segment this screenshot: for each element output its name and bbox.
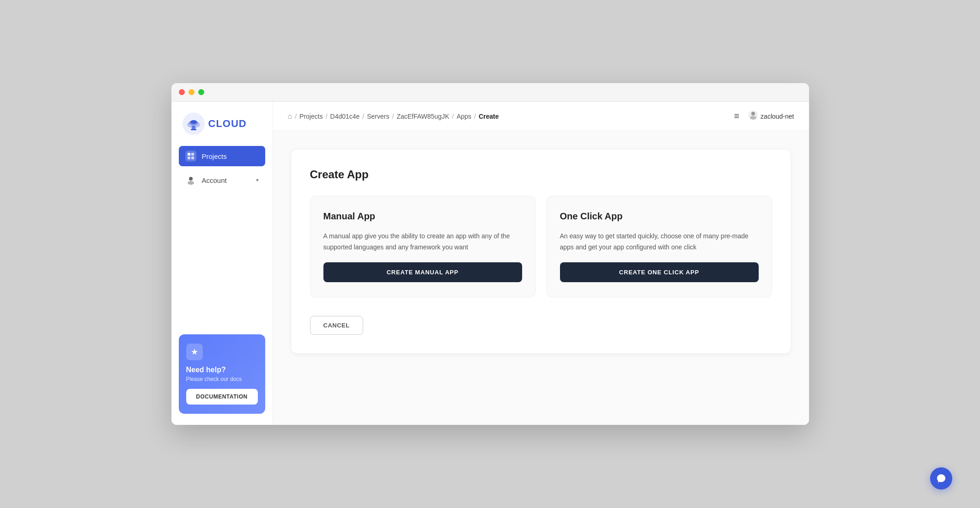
breadcrumb-sep-3: / [392, 113, 394, 120]
manual-app-description: A manual app give you the ability to cre… [323, 231, 522, 253]
home-icon[interactable]: ⌂ [288, 112, 292, 121]
browser-window: CLOUD Projects [171, 83, 809, 425]
titlebar [171, 83, 809, 102]
user-avatar-icon [749, 110, 758, 122]
create-one-click-app-button[interactable]: CREATE ONE CLICK APP [560, 262, 759, 282]
create-manual-app-button[interactable]: CREATE MANUAL APP [323, 262, 522, 282]
star-icon: ★ [186, 344, 203, 360]
breadcrumb-server-id[interactable]: ZacEfFAW85ugJK [396, 113, 449, 120]
topbar: ⌂ / Projects / D4d01c4e / Servers / ZacE… [273, 102, 809, 131]
topbar-right: ≡ zacloud-net [734, 110, 794, 122]
content-area: Create App Manual App A manual app give … [273, 131, 809, 425]
minimize-dot[interactable] [189, 89, 195, 95]
page-card: Create App Manual App A manual app give … [292, 150, 791, 353]
breadcrumb-sep-4: / [452, 113, 454, 120]
svg-rect-6 [188, 153, 190, 156]
account-icon [185, 175, 196, 186]
projects-label: Projects [202, 152, 227, 160]
breadcrumb-apps[interactable]: Apps [457, 113, 471, 120]
svg-rect-5 [191, 129, 196, 130]
svg-rect-7 [191, 153, 194, 156]
close-dot[interactable] [179, 89, 185, 95]
one-click-app-description: An easy way to get started quickly, choo… [560, 231, 759, 253]
breadcrumb-sep-2: / [362, 113, 364, 120]
svg-rect-8 [188, 157, 190, 159]
svg-point-10 [189, 177, 193, 181]
account-label: Account [202, 176, 227, 184]
help-title: Need help? [186, 366, 258, 374]
app-body: CLOUD Projects [171, 102, 809, 425]
cancel-button[interactable]: CANCEL [310, 316, 363, 335]
breadcrumb: ⌂ / Projects / D4d01c4e / Servers / ZacE… [288, 112, 499, 121]
one-click-app-title: One Click App [560, 211, 759, 222]
svg-point-13 [751, 112, 755, 115]
user-info[interactable]: zacloud-net [749, 110, 794, 122]
breadcrumb-sep-5: / [474, 113, 476, 120]
breadcrumb-d4d01c4e[interactable]: D4d01c4e [330, 113, 360, 120]
breadcrumb-current: Create [479, 113, 499, 120]
svg-point-14 [750, 116, 756, 120]
breadcrumb-servers[interactable]: Servers [367, 113, 389, 120]
logo-icon [183, 113, 205, 135]
chevron-down-icon: ▾ [256, 177, 259, 183]
sidebar-nav: Projects Account ▾ [179, 146, 265, 190]
logo-area: CLOUD [179, 113, 265, 135]
svg-rect-9 [191, 157, 194, 159]
logo-text: CLOUD [208, 118, 247, 130]
page-title: Create App [310, 168, 772, 181]
projects-icon [185, 151, 196, 162]
svg-point-11 [188, 181, 194, 185]
breadcrumb-sep-0: / [295, 113, 297, 120]
one-click-app-card: One Click App An easy way to get started… [547, 196, 772, 297]
main-area: ⌂ / Projects / D4d01c4e / Servers / ZacE… [273, 102, 809, 425]
username: zacloud-net [761, 113, 794, 120]
maximize-dot[interactable] [198, 89, 204, 95]
documentation-button[interactable]: DOCUMENTATION [186, 389, 258, 405]
sidebar-item-account[interactable]: Account ▾ [179, 170, 265, 190]
manual-app-title: Manual App [323, 211, 522, 222]
breadcrumb-sep-1: / [326, 113, 328, 120]
manual-app-card: Manual App A manual app give you the abi… [310, 196, 536, 297]
breadcrumb-projects[interactable]: Projects [299, 113, 323, 120]
app-cards-row: Manual App A manual app give you the abi… [310, 196, 772, 297]
chat-bubble-button[interactable] [930, 467, 952, 490]
sidebar-item-projects[interactable]: Projects [179, 146, 265, 166]
svg-point-3 [190, 120, 197, 124]
help-card: ★ Need help? Please check our docs DOCUM… [179, 334, 265, 414]
help-subtitle: Please check our docs [186, 376, 258, 382]
menu-icon[interactable]: ≡ [734, 111, 739, 121]
sidebar: CLOUD Projects [171, 102, 273, 425]
